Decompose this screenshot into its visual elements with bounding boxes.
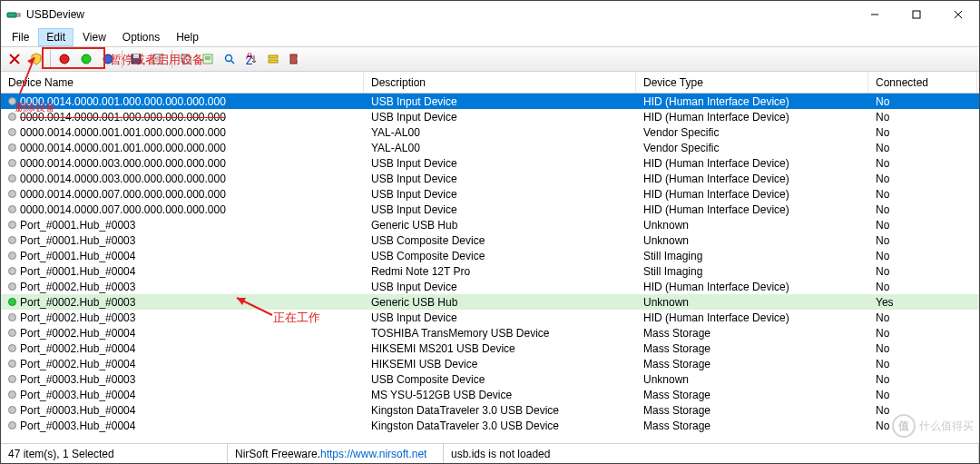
cell-type: HID (Human Interface Device): [636, 173, 868, 185]
table-row[interactable]: Port_#0001.Hub_#0004Redmi Note 12T ProSt…: [1, 263, 979, 279]
table-row[interactable]: Port_#0001.Hub_#0004USB Composite Device…: [1, 248, 979, 263]
table-row[interactable]: Port_#0001.Hub_#0003USB Composite Device…: [1, 232, 979, 248]
cell-name: Port_#0002.Hub_#0004: [20, 358, 135, 370]
status-dot-icon: [8, 174, 16, 183]
device-list[interactable]: 0000.0014.0000.001.000.000.000.000.000US…: [1, 94, 979, 443]
copy-button[interactable]: [176, 49, 196, 69]
options-button[interactable]: [263, 49, 283, 69]
cell-description: USB Input Device: [364, 157, 636, 170]
vendor-link[interactable]: https://www.nirsoft.net: [320, 448, 426, 460]
cell-description: Kingston DataTraveler 3.0 USB Device: [364, 420, 636, 432]
column-header-connected[interactable]: Connected: [868, 73, 977, 93]
status-dot-icon: [8, 313, 16, 321]
table-row[interactable]: 0000.0014.0000.007.000.000.000.000.000US…: [1, 186, 979, 202]
table-row[interactable]: Port_#0002.Hub_#0004TOSHIBA TransMemory …: [1, 325, 979, 341]
cell-type: Unknown: [636, 219, 868, 232]
cell-name: 0000.0014.0000.001.000.000.000.000.000: [20, 111, 226, 123]
table-row[interactable]: Port_#0002.Hub_#0003USB Input DeviceHID …: [1, 310, 979, 325]
table-row[interactable]: 0000.0014.0000.001.001.000.000.000.000YA…: [1, 124, 979, 140]
column-header-type[interactable]: Device Type: [636, 73, 868, 93]
shield-button[interactable]: [26, 49, 46, 69]
table-row[interactable]: Port_#0003.Hub_#0003USB Composite Device…: [1, 371, 979, 387]
menu-help[interactable]: Help: [169, 29, 206, 45]
table-row[interactable]: Port_#0002.Hub_#0003USB Input DeviceHID …: [1, 279, 979, 294]
table-row[interactable]: Port_#0003.Hub_#0004Kingston DataTravele…: [1, 402, 979, 418]
table-row[interactable]: 0000.0014.0000.007.000.000.000.000.000US…: [1, 202, 979, 217]
cell-connected: Yes: [868, 296, 977, 309]
cell-connected: No: [868, 265, 977, 278]
cell-description: Redmi Note 12T Pro: [364, 265, 636, 278]
cell-description: USB Input Device: [364, 281, 636, 293]
cell-name: Port_#0002.Hub_#0003: [20, 281, 135, 293]
notes-button[interactable]: [148, 49, 168, 69]
table-row[interactable]: Port_#0001.Hub_#0003Generic USB HubUnkno…: [1, 217, 979, 232]
svg-rect-3: [913, 11, 920, 18]
minimize-button[interactable]: [854, 1, 896, 28]
sort-az-button[interactable]: AZ: [241, 49, 261, 69]
cell-description: USB Input Device: [364, 203, 636, 216]
table-row[interactable]: 0000.0014.0000.003.000.000.000.000.000US…: [1, 155, 979, 171]
cycle-button[interactable]: [98, 49, 118, 69]
status-dot-icon: [8, 421, 16, 429]
toolbar: AZ: [1, 46, 979, 72]
column-header-name[interactable]: Device Name: [1, 73, 364, 93]
cell-description: Generic USB Hub: [364, 219, 636, 232]
menu-options[interactable]: Options: [115, 29, 167, 45]
cell-type: Mass Storage: [636, 358, 868, 370]
cell-connected: No: [868, 373, 977, 386]
column-header-description[interactable]: Description: [364, 73, 636, 93]
cell-connected: No: [868, 142, 977, 154]
stop-button[interactable]: [54, 49, 74, 69]
cell-name: Port_#0002.Hub_#0003: [20, 296, 135, 309]
cell-name: 0000.0014.0000.001.001.000.000.000.000: [20, 142, 226, 154]
status-dot-icon: [8, 159, 16, 167]
cell-name: Port_#0001.Hub_#0003: [20, 234, 135, 247]
cell-name: Port_#0003.Hub_#0003: [20, 373, 135, 386]
table-row[interactable]: 0000.0014.0000.001.001.000.000.000.000YA…: [1, 140, 979, 155]
status-dot-icon: [8, 205, 16, 213]
svg-rect-12: [133, 54, 139, 58]
cell-connected: No: [868, 234, 977, 247]
table-row[interactable]: 0000.0014.0000.001.000.000.000.000.000US…: [1, 94, 979, 109]
table-row[interactable]: 0000.0014.0000.001.000.000.000.000.000US…: [1, 109, 979, 124]
cell-description: YAL-AL00: [364, 142, 636, 154]
statusbar: 47 item(s), 1 Selected NirSoft Freeware.…: [1, 443, 979, 463]
table-row[interactable]: Port_#0002.Hub_#0004HIKSEMI USB DeviceMa…: [1, 356, 979, 371]
svg-point-8: [60, 54, 69, 64]
cell-description: MS YSU-512GB USB Device: [364, 389, 636, 401]
maximize-button[interactable]: [896, 1, 937, 28]
save-button[interactable]: [126, 49, 146, 69]
delete-button[interactable]: [5, 49, 24, 69]
close-button[interactable]: [937, 1, 979, 28]
play-button[interactable]: [76, 49, 96, 69]
exit-button[interactable]: [285, 49, 305, 69]
menu-view[interactable]: View: [75, 29, 113, 45]
status-dot-icon: [8, 329, 16, 337]
cell-description: Generic USB Hub: [364, 296, 636, 309]
svg-point-10: [103, 54, 113, 64]
table-row[interactable]: Port_#0003.Hub_#0004Kingston DataTravele…: [1, 418, 979, 433]
status-dot-icon: [8, 344, 16, 352]
cell-description: USB Input Device: [364, 111, 636, 123]
table-row[interactable]: Port_#0002.Hub_#0004HIKSEMI MS201 USB De…: [1, 341, 979, 356]
status-dot-icon: [8, 113, 16, 121]
table-row[interactable]: Port_#0002.Hub_#0003Generic USB HubUnkno…: [1, 294, 979, 310]
cell-description: USB Composite Device: [364, 234, 636, 247]
table-row[interactable]: Port_#0003.Hub_#0004MS YSU-512GB USB Dev…: [1, 387, 979, 402]
status-ids: usb.ids is not loaded: [444, 444, 979, 463]
titlebar: USBDeview: [1, 1, 979, 28]
find-button[interactable]: [220, 49, 240, 69]
cell-type: HID (Human Interface Device): [636, 157, 868, 170]
cell-connected: No: [868, 389, 977, 401]
cell-name: Port_#0003.Hub_#0004: [20, 389, 135, 401]
menu-edit[interactable]: Edit: [38, 28, 74, 46]
cell-connected: No: [868, 358, 977, 370]
table-row[interactable]: 0000.0014.0000.003.000.000.000.000.000US…: [1, 171, 979, 186]
cell-name: 0000.0014.0000.003.000.000.000.000.000: [20, 173, 226, 185]
properties-button[interactable]: [198, 49, 218, 69]
cell-connected: No: [868, 203, 977, 216]
window-title: USBDeview: [26, 8, 854, 21]
menu-file[interactable]: File: [5, 29, 36, 45]
cell-description: Kingston DataTraveler 3.0 USB Device: [364, 404, 636, 417]
cell-description: USB Input Device: [364, 95, 636, 108]
